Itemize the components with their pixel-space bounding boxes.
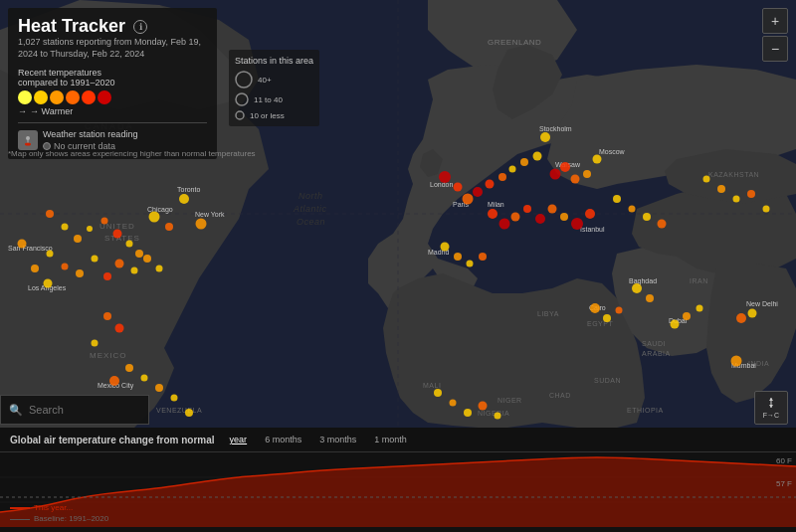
search-icon: 🔍 bbox=[9, 404, 23, 417]
color-dot-6 bbox=[98, 90, 111, 104]
svg-text:NIGERIA: NIGERIA bbox=[478, 410, 509, 417]
bottom-panel: Global air temperature change from norma… bbox=[0, 428, 796, 532]
svg-text:CHAD: CHAD bbox=[549, 392, 571, 399]
svg-text:Moscow: Moscow bbox=[599, 148, 626, 155]
search-input[interactable] bbox=[29, 404, 140, 416]
svg-text:EGYPT: EGYPT bbox=[587, 320, 613, 327]
baseline-label: Baseline: 1991–2020 bbox=[34, 514, 108, 523]
color-dot-5 bbox=[82, 90, 96, 104]
station-size-medium: 11 to 40 bbox=[254, 95, 283, 104]
svg-text:Baghdad: Baghdad bbox=[629, 277, 657, 285]
baseline-line bbox=[10, 519, 30, 520]
svg-text:Mumbai: Mumbai bbox=[731, 362, 756, 369]
svg-text:Madrid: Madrid bbox=[428, 249, 450, 256]
temperature-chart bbox=[0, 452, 796, 527]
svg-text:SAUDI: SAUDI bbox=[642, 340, 666, 347]
svg-text:NIGER: NIGER bbox=[498, 397, 522, 404]
temp-toggle[interactable]: F→C bbox=[754, 391, 788, 425]
svg-text:STATES: STATES bbox=[104, 234, 140, 243]
svg-text:VENEZUELA: VENEZUELA bbox=[156, 407, 202, 414]
graph-title: Global air temperature change from norma… bbox=[10, 435, 215, 445]
svg-text:Dubai: Dubai bbox=[669, 317, 688, 324]
svg-text:IRAN: IRAN bbox=[690, 277, 708, 284]
legend-title: Recent temperaturescompared to 1991–2020 bbox=[18, 68, 207, 88]
svg-point-48 bbox=[236, 93, 248, 105]
info-icon[interactable]: ℹ bbox=[133, 20, 147, 34]
color-dot-1 bbox=[18, 90, 32, 104]
svg-text:Milan: Milan bbox=[488, 201, 504, 208]
color-dot-3 bbox=[50, 90, 64, 104]
svg-text:KAZAKHSTAN: KAZAKHSTAN bbox=[708, 171, 759, 178]
time-btn-6months[interactable]: 6 months bbox=[262, 434, 304, 445]
time-btn-1month[interactable]: 1 month bbox=[371, 434, 410, 445]
time-btn-3months[interactable]: 3 months bbox=[316, 434, 359, 445]
svg-text:LIBYA: LIBYA bbox=[537, 310, 559, 317]
svg-text:Atlantic: Atlantic bbox=[293, 204, 327, 214]
svg-text:ARABIA: ARABIA bbox=[642, 350, 671, 357]
zoom-in-button[interactable]: + bbox=[762, 8, 788, 34]
svg-point-49 bbox=[236, 111, 244, 119]
svg-text:ETHIOPIA: ETHIOPIA bbox=[627, 407, 664, 414]
graph-area: 60 F 57 F This year... bbox=[0, 452, 796, 527]
svg-text:MALI: MALI bbox=[423, 382, 441, 389]
panel-title: Heat Tracker bbox=[18, 16, 125, 37]
stations-legend: Stations in this area 40+ 11 to 40 10 or… bbox=[229, 50, 319, 126]
svg-text:Los Angeles: Los Angeles bbox=[28, 284, 67, 292]
svg-text:Paris: Paris bbox=[453, 201, 469, 208]
svg-point-47 bbox=[236, 72, 252, 88]
station-size-small: 10 or less bbox=[250, 111, 285, 120]
warmer-text: → Warmer bbox=[30, 106, 73, 116]
station-icon bbox=[18, 130, 38, 150]
stations-title: Stations in this area bbox=[235, 56, 313, 66]
svg-text:San Francisco: San Francisco bbox=[8, 245, 53, 252]
svg-text:SUDAN: SUDAN bbox=[594, 377, 621, 384]
graph-legend: This year... Baseline: 1991–2020 bbox=[10, 503, 108, 523]
svg-text:Cairo: Cairo bbox=[589, 304, 606, 311]
map-controls: + − bbox=[762, 8, 788, 62]
y-axis-labels: 60 F 57 F bbox=[776, 456, 792, 488]
svg-text:Warsaw: Warsaw bbox=[555, 161, 581, 168]
svg-text:Mexico City: Mexico City bbox=[98, 382, 134, 390]
svg-text:North: North bbox=[298, 191, 323, 201]
svg-text:New Delhi: New Delhi bbox=[746, 300, 778, 307]
info-panel: Heat Tracker ℹ 1,027 stations reporting … bbox=[8, 8, 217, 159]
y-label-60: 60 F bbox=[776, 456, 792, 465]
svg-text:UNITED: UNITED bbox=[100, 222, 135, 231]
station-reading-label: Weather station reading bbox=[43, 129, 137, 139]
map-note: *Map only shows areas experiencing highe… bbox=[8, 149, 256, 158]
svg-text:Toronto: Toronto bbox=[177, 186, 200, 193]
panel-subtitle: 1,027 stations reporting from Monday, Fe… bbox=[18, 37, 207, 60]
svg-text:Ocean: Ocean bbox=[297, 217, 325, 227]
svg-text:Stockholm: Stockholm bbox=[539, 125, 572, 132]
color-dot-4 bbox=[66, 90, 80, 104]
svg-text:GREENLAND: GREENLAND bbox=[488, 38, 541, 47]
svg-text:MEXICO: MEXICO bbox=[90, 351, 127, 360]
zoom-out-button[interactable]: − bbox=[762, 36, 788, 62]
y-label-57: 57 F bbox=[776, 479, 792, 488]
this-year-line bbox=[10, 507, 30, 509]
color-dot-2 bbox=[34, 90, 48, 104]
search-bar[interactable]: 🔍 bbox=[0, 395, 149, 425]
station-size-large: 40+ bbox=[258, 76, 272, 85]
graph-header: Global air temperature change from norma… bbox=[0, 428, 796, 452]
svg-text:Chicago: Chicago bbox=[147, 206, 173, 214]
warmer-arrow: → bbox=[18, 106, 27, 116]
this-year-label: This year... bbox=[34, 503, 73, 512]
svg-point-46 bbox=[25, 143, 31, 146]
svg-text:Istanbul: Istanbul bbox=[580, 226, 605, 233]
svg-text:London: London bbox=[430, 181, 453, 188]
svg-text:New York: New York bbox=[195, 211, 225, 218]
time-btn-year[interactable]: year bbox=[227, 434, 251, 445]
